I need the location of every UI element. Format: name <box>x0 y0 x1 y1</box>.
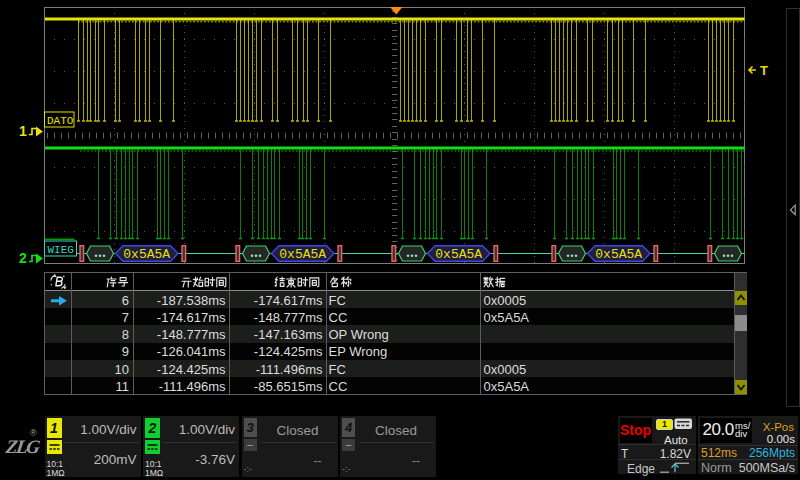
svg-text:2: 2 <box>19 250 27 266</box>
svg-text:0x5A5A: 0x5A5A <box>279 247 326 262</box>
svg-text:1: 1 <box>19 123 27 139</box>
svg-text:WIEG: WIEG <box>48 244 74 256</box>
svg-text:0x5A5A: 0x5A5A <box>435 247 482 262</box>
svg-text:T: T <box>760 63 768 78</box>
svg-text:0x5A5A: 0x5A5A <box>595 247 642 262</box>
svg-text:DATO: DATO <box>47 115 74 127</box>
svg-text:0x5A5A: 0x5A5A <box>123 247 170 262</box>
